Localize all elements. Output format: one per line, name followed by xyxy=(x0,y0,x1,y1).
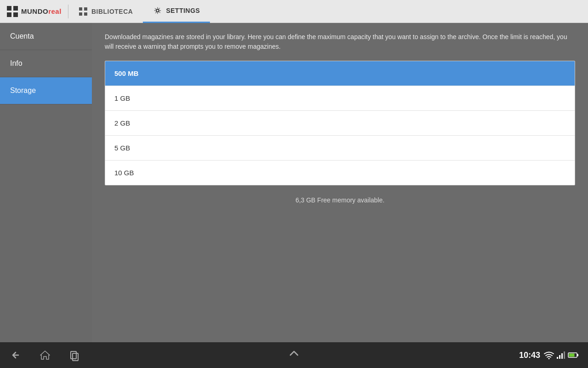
sidebar-item-info[interactable]: Info xyxy=(0,50,92,77)
storage-options-list: 500 MB 1 GB 2 GB 5 GB 10 GB xyxy=(105,61,575,185)
grid-icon xyxy=(79,7,88,16)
logo-area: MUNDOreal xyxy=(0,6,68,17)
status-area: 10:43 xyxy=(519,351,579,360)
svg-rect-3 xyxy=(13,12,18,17)
home-button[interactable] xyxy=(39,349,51,362)
wifi-icon xyxy=(544,351,554,359)
storage-option-2gb[interactable]: 2 GB xyxy=(105,111,575,136)
svg-rect-5 xyxy=(84,7,87,11)
sidebar-item-storage[interactable]: Storage xyxy=(0,77,92,104)
status-time: 10:43 xyxy=(519,351,540,360)
tab-settings[interactable]: SETTINGS xyxy=(143,0,210,23)
svg-rect-15 xyxy=(561,353,563,359)
battery-icon xyxy=(568,352,579,358)
app-logo-icon xyxy=(6,6,18,17)
back-button[interactable] xyxy=(9,349,22,362)
svg-rect-10 xyxy=(71,351,76,359)
top-navigation-bar: MUNDOreal BIBLIOTECA SETTINGS xyxy=(0,0,588,23)
svg-rect-18 xyxy=(577,354,578,356)
svg-rect-14 xyxy=(559,355,560,359)
description-text: Downloaded magazines are stored in your … xyxy=(105,32,575,52)
svg-rect-1 xyxy=(13,6,18,11)
svg-point-12 xyxy=(548,358,550,359)
svg-rect-7 xyxy=(84,12,87,16)
svg-rect-4 xyxy=(79,7,82,11)
svg-rect-6 xyxy=(79,12,82,16)
sidebar: Cuenta Info Storage xyxy=(0,23,92,342)
svg-rect-2 xyxy=(7,12,11,17)
logo-text: MUNDOreal xyxy=(21,7,62,15)
gear-icon xyxy=(153,6,162,15)
signal-icon xyxy=(556,351,565,359)
storage-option-10gb[interactable]: 10 GB xyxy=(105,161,575,185)
recents-button[interactable] xyxy=(68,349,81,362)
free-memory-text: 6,3 GB Free memory available. xyxy=(105,196,575,204)
storage-option-1gb[interactable]: 1 GB xyxy=(105,86,575,111)
bottom-nav-left xyxy=(9,349,81,362)
svg-rect-0 xyxy=(7,6,11,11)
tab-settings-label: SETTINGS xyxy=(166,7,200,14)
up-button[interactable] xyxy=(288,347,300,362)
content-panel: Downloaded magazines are stored in your … xyxy=(92,23,588,342)
tab-biblioteca-label: BIBLIOTECA xyxy=(91,8,133,15)
back-icon xyxy=(9,349,22,362)
main-area: Cuenta Info Storage Downloaded magazines… xyxy=(0,23,588,342)
svg-rect-19 xyxy=(569,354,575,357)
storage-option-500mb[interactable]: 500 MB xyxy=(105,61,575,86)
recents-icon xyxy=(68,349,81,362)
storage-option-5gb[interactable]: 5 GB xyxy=(105,136,575,161)
status-icons xyxy=(544,351,579,359)
tab-biblioteca[interactable]: BIBLIOTECA xyxy=(68,0,143,23)
svg-rect-13 xyxy=(557,357,558,359)
svg-rect-11 xyxy=(73,353,78,361)
up-arrow-icon xyxy=(288,347,300,360)
svg-point-9 xyxy=(156,9,159,12)
svg-rect-16 xyxy=(564,351,565,359)
home-icon xyxy=(39,349,51,362)
bottom-navigation-bar: 10:43 xyxy=(0,342,588,368)
sidebar-item-cuenta[interactable]: Cuenta xyxy=(0,23,92,50)
